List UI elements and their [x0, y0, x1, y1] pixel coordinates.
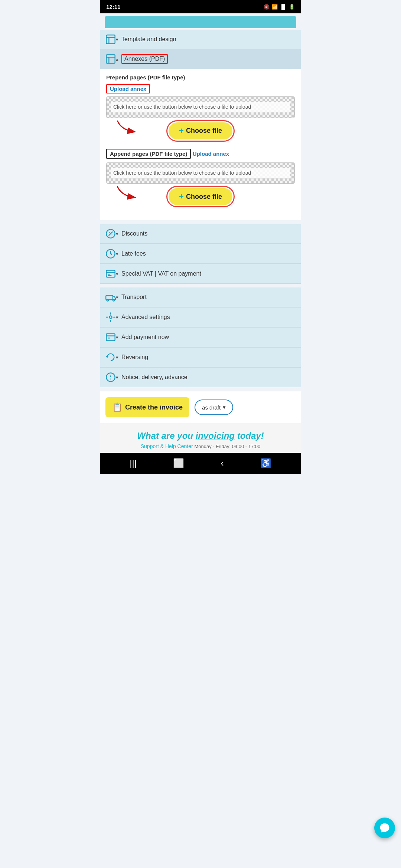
prepend-drop-zone[interactable]: Click here or use the button below to ch… — [106, 96, 295, 118]
transport-chevron: ▾ — [116, 295, 118, 300]
section-special-vat[interactable]: ▾ Special VAT | VAT on payment — [100, 264, 301, 284]
draft-select[interactable]: as draft ▾ — [195, 400, 233, 415]
status-bar: 12:11 🔇 📶 ▐▌ 🔋 — [100, 0, 301, 13]
section-add-payment[interactable]: ▾ Add payment now — [100, 328, 301, 347]
append-choose-file-wrapper: + Choose file — [106, 188, 295, 205]
section-annexes[interactable]: ▴ Annexes (PDF) — [100, 49, 301, 69]
support-hours: Monday - Friday: 09:00 - 17:00 — [194, 444, 260, 449]
append-drop-text: Click here or use the button below to ch… — [111, 168, 290, 178]
invoice-icon: 📋 — [112, 402, 122, 412]
reversing-icon — [105, 352, 116, 362]
nav-menu-button[interactable]: ||| — [130, 458, 137, 468]
svg-rect-0 — [106, 35, 115, 43]
prepend-section: Prepend pages (PDF file type) Upload ann… — [106, 74, 295, 139]
svg-rect-3 — [106, 55, 115, 63]
annexes-icon — [105, 54, 116, 64]
prepend-title: Prepend pages (PDF file type) — [106, 74, 295, 80]
support-link[interactable]: Support & Help Center — [141, 443, 193, 449]
action-bar: 📋 Create the invoice as draft ▾ — [100, 391, 301, 423]
notice-delivery-chevron: ▾ — [116, 375, 118, 380]
section-transport[interactable]: ▾ Transport — [100, 287, 301, 307]
footer-support: Support & Help Center Monday - Friday: 0… — [105, 443, 296, 449]
discounts-chevron: ▾ — [116, 231, 118, 237]
upload-annex-prepend-link[interactable]: Upload annex — [106, 84, 150, 93]
section-advanced-settings[interactable]: ▾ Advanced settings — [100, 308, 301, 327]
annexes-expanded-content: Prepend pages (PDF file type) Upload ann… — [100, 69, 301, 220]
footer-invoicing: invoicing — [196, 431, 235, 441]
advanced-settings-icon — [105, 312, 116, 322]
footer-you: you — [177, 431, 193, 441]
status-time: 12:11 — [106, 4, 120, 10]
notice-delivery-label: Notice, delivery, advance — [121, 374, 188, 381]
choose-file-append-label: Choose file — [186, 193, 222, 201]
bottom-section-group-2: ▾ Transport ▾ Advanced settings ▾ Add pa… — [100, 287, 301, 387]
svg-point-15 — [110, 316, 112, 319]
transport-icon — [105, 292, 116, 302]
nav-back-button[interactable]: ‹ — [221, 458, 224, 468]
footer-tagline: What are you invoicing today! — [105, 431, 296, 441]
svg-point-21 — [110, 379, 111, 379]
section-discounts[interactable]: ▾ Discounts — [100, 224, 301, 244]
draft-chevron: ▾ — [223, 404, 226, 411]
annexes-label: Annexes (PDF) — [121, 54, 168, 64]
append-section: Append pages (PDF file type) Upload anne… — [106, 147, 295, 206]
arrow-prepend — [110, 119, 147, 137]
append-title: Append pages (PDF file type) — [106, 149, 191, 159]
annexes-chevron: ▴ — [116, 56, 118, 62]
template-chevron: ▾ — [116, 37, 118, 42]
top-bar — [105, 16, 296, 28]
transport-label: Transport — [121, 294, 147, 300]
plus-icon-prepend: + — [179, 126, 184, 136]
create-invoice-label: Create the invoice — [125, 404, 183, 411]
battery-icon: 🔋 — [289, 4, 295, 10]
choose-file-prepend-label: Choose file — [186, 127, 222, 135]
section-template-design[interactable]: ▾ Template and design — [100, 30, 301, 49]
plus-icon-append: + — [179, 192, 184, 201]
upload-annex-append-link[interactable]: Upload annex — [193, 151, 229, 157]
signal-icon: ▐▌ — [280, 4, 287, 10]
special-vat-chevron: ▾ — [116, 271, 118, 277]
choose-file-prepend-button[interactable]: + Choose file — [169, 122, 232, 139]
advanced-settings-label: Advanced settings — [121, 314, 170, 320]
svg-rect-8 — [106, 270, 115, 277]
add-payment-chevron: ▾ — [116, 335, 118, 340]
svg-rect-16 — [106, 334, 115, 341]
discounts-icon — [105, 228, 116, 239]
template-icon — [105, 34, 116, 45]
special-vat-icon — [105, 269, 116, 279]
section-reversing[interactable]: ▾ Reversing — [100, 348, 301, 367]
advanced-settings-chevron: ▾ — [116, 315, 118, 320]
mute-icon: 🔇 — [264, 4, 270, 10]
template-label: Template and design — [121, 36, 176, 43]
discounts-label: Discounts — [121, 230, 147, 237]
reversing-label: Reversing — [121, 354, 148, 361]
section-notice-delivery[interactable]: ▾ Notice, delivery, advance — [100, 368, 301, 387]
prepend-choose-file-wrapper: + Choose file — [106, 122, 295, 139]
arrow-append — [110, 184, 147, 203]
bottom-section-group-1: ▾ Discounts ▾ Late fees ▾ Special VAT | … — [100, 224, 301, 284]
special-vat-label: Special VAT | VAT on payment — [121, 270, 201, 277]
nav-accessibility-button[interactable]: ♿ — [260, 458, 271, 468]
status-icons: 🔇 📶 ▐▌ 🔋 — [264, 4, 295, 10]
notice-delivery-icon — [105, 372, 116, 382]
create-invoice-button[interactable]: 📋 Create the invoice — [105, 397, 189, 417]
draft-label: as draft — [202, 404, 221, 411]
late-fees-icon — [105, 249, 116, 259]
prepend-drop-text: Click here or use the button below to ch… — [111, 102, 290, 112]
choose-file-append-button[interactable]: + Choose file — [169, 188, 232, 205]
nav-bar: ||| ⬜ ‹ ♿ — [100, 453, 301, 474]
footer: What are you invoicing today! Support & … — [100, 423, 301, 453]
late-fees-chevron: ▾ — [116, 251, 118, 257]
section-late-fees[interactable]: ▾ Late fees — [100, 244, 301, 264]
late-fees-label: Late fees — [121, 250, 146, 257]
add-payment-label: Add payment now — [121, 334, 169, 341]
append-drop-zone[interactable]: Click here or use the button below to ch… — [106, 162, 295, 184]
add-payment-icon — [105, 332, 116, 342]
footer-tagline-text: What are you invoicing today! — [137, 431, 264, 441]
reversing-chevron: ▾ — [116, 355, 118, 360]
wifi-icon: 📶 — [272, 4, 278, 10]
nav-home-button[interactable]: ⬜ — [173, 458, 184, 468]
